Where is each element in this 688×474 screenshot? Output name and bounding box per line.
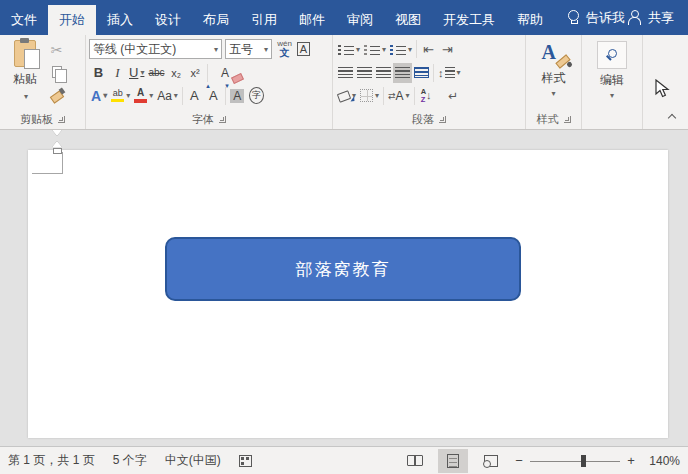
document-page[interactable]: 部落窝教育: [28, 150, 668, 438]
clipboard-dialog-launcher[interactable]: [58, 116, 65, 123]
search-icon-frame: [597, 41, 627, 69]
format-painter-button[interactable]: [47, 84, 66, 104]
multilevel-list-button[interactable]: [388, 39, 414, 59]
shrink-font-button[interactable]: A: [204, 86, 223, 106]
character-shading-button[interactable]: A: [228, 86, 247, 106]
shading-button[interactable]: [336, 86, 358, 106]
font-size-caret-icon: ▾: [264, 45, 268, 54]
language-indicator[interactable]: 中文(中国): [165, 452, 221, 469]
line-spacing-button[interactable]: ↕: [436, 63, 463, 83]
justify-button[interactable]: [393, 63, 412, 83]
align-right-button[interactable]: [374, 63, 393, 83]
cut-icon[interactable]: ✂: [47, 40, 66, 60]
highlight-color-button[interactable]: ab: [109, 86, 132, 106]
character-shading-icon: A: [230, 89, 244, 103]
left-indent-marker[interactable]: [53, 148, 62, 154]
asian-layout-button[interactable]: ⇄ A: [386, 86, 412, 106]
word-count[interactable]: 5 个字: [113, 452, 147, 469]
tab-设计[interactable]: 设计: [144, 5, 192, 35]
first-line-indent-marker[interactable]: [52, 130, 62, 136]
paragraph-dialog-launcher[interactable]: [439, 116, 446, 123]
rounded-rectangle-shape[interactable]: 部落窝教育: [165, 237, 521, 301]
increase-indent-button[interactable]: ⇥: [438, 39, 457, 59]
shading-bucket-icon: [337, 90, 351, 103]
copy-button[interactable]: [47, 62, 66, 82]
styles-button[interactable]: A 样式 ▾: [531, 37, 577, 110]
phonetic-guide-button[interactable]: wén 文: [275, 39, 294, 59]
decrease-indent-button[interactable]: ⇤: [419, 39, 438, 59]
tab-审阅[interactable]: 审阅: [336, 5, 384, 35]
italic-button[interactable]: I: [108, 63, 127, 83]
page-indicator[interactable]: 第 1 页，共 1 页: [8, 452, 95, 469]
tab-开发工具[interactable]: 开发工具: [432, 5, 506, 35]
zoom-in-button[interactable]: +: [626, 453, 636, 468]
zoom-percentage[interactable]: 140%: [642, 454, 680, 468]
web-layout-button[interactable]: [476, 449, 506, 473]
macro-record-icon[interactable]: [239, 455, 252, 467]
subscript-button[interactable]: x₂: [167, 63, 186, 83]
align-center-icon: [357, 67, 372, 78]
numbering-icon: [364, 44, 380, 55]
tab-邮件[interactable]: 邮件: [288, 5, 336, 35]
change-case-button[interactable]: Aa: [155, 86, 180, 106]
read-mode-button[interactable]: [400, 449, 430, 473]
distribute-button[interactable]: [412, 63, 431, 83]
editing-button[interactable]: 编辑 ▾: [589, 37, 635, 110]
font-name-caret-icon: ▾: [214, 45, 218, 54]
borders-icon: [360, 89, 373, 102]
share-button[interactable]: 共享: [628, 0, 674, 35]
borders-button[interactable]: [358, 86, 381, 106]
hanging-indent-marker[interactable]: [52, 141, 62, 147]
text-boundary-mark-vertical: [62, 152, 63, 174]
font-color-button[interactable]: A: [132, 86, 155, 106]
collapse-ribbon-icon[interactable]: [668, 113, 676, 121]
zoom-slider-thumb[interactable]: [581, 455, 586, 467]
distribute-icon: [414, 67, 429, 78]
paste-label: 粘贴: [13, 71, 37, 88]
align-center-button[interactable]: [355, 63, 374, 83]
underline-button[interactable]: U: [127, 63, 146, 83]
zoom-slider[interactable]: [530, 455, 620, 467]
text-boundary-mark-horizontal: [32, 173, 63, 174]
tab-插入[interactable]: 插入: [96, 5, 144, 35]
sort-button[interactable]: AZ ↓: [417, 86, 436, 106]
bold-button[interactable]: B: [89, 63, 108, 83]
clear-formatting-button[interactable]: A: [216, 63, 235, 83]
grow-font-button[interactable]: A: [185, 86, 204, 106]
font-group: 等线 (中文正文) ▾ 五号 ▾ wén 文 A B: [86, 35, 333, 129]
numbering-button[interactable]: [362, 39, 388, 59]
paste-dropdown[interactable]: [22, 88, 28, 102]
paste-clipboard-icon: [14, 40, 36, 67]
print-layout-button[interactable]: [438, 449, 468, 473]
character-border-button[interactable]: A: [294, 39, 313, 59]
font-name-combo[interactable]: 等线 (中文正文) ▾: [89, 39, 222, 59]
tab-视图[interactable]: 视图: [384, 5, 432, 35]
paragraph-group-label: 段落: [412, 112, 434, 127]
styles-icon: A: [542, 41, 566, 67]
tab-开始[interactable]: 开始: [48, 5, 96, 35]
bullets-button[interactable]: [336, 39, 362, 59]
tell-me-label: 告诉我: [586, 9, 625, 27]
font-group-label: 字体: [192, 112, 214, 127]
mouse-cursor: [654, 79, 670, 99]
superscript-button[interactable]: x²: [186, 63, 205, 83]
enclose-characters-button[interactable]: 字: [247, 86, 266, 106]
paste-button[interactable]: 粘贴: [3, 37, 47, 110]
tab-布局[interactable]: 布局: [192, 5, 240, 35]
styles-dialog-launcher[interactable]: [564, 116, 571, 123]
line-spacing-icon: ↕: [438, 67, 455, 79]
show-hide-marks-button[interactable]: ↵: [444, 86, 463, 106]
font-size-value: 五号: [229, 41, 253, 58]
editing-caret-icon: ▾: [610, 91, 614, 100]
strikethrough-button[interactable]: abc: [146, 63, 166, 83]
shape-text: 部落窝教育: [296, 258, 391, 281]
align-left-button[interactable]: [336, 63, 355, 83]
font-dialog-launcher[interactable]: [219, 116, 226, 123]
font-size-combo[interactable]: 五号 ▾: [225, 39, 272, 59]
zoom-out-button[interactable]: −: [514, 453, 524, 468]
text-effects-button[interactable]: A: [89, 86, 109, 106]
tab-文件[interactable]: 文件: [0, 5, 48, 35]
tell-me[interactable]: 告诉我: [568, 0, 625, 35]
tab-帮助[interactable]: 帮助: [506, 5, 554, 35]
tab-引用[interactable]: 引用: [240, 5, 288, 35]
